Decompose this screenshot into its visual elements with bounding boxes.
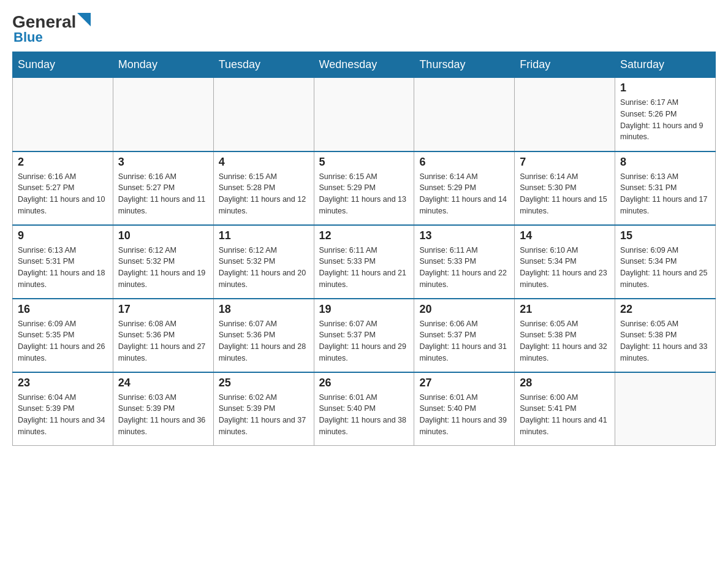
calendar-cell: 10Sunrise: 6:12 AM Sunset: 5:32 PM Dayli… [113,225,213,299]
day-info: Sunrise: 6:02 AM Sunset: 5:39 PM Dayligh… [219,392,309,438]
day-number: 28 [520,377,610,389]
logo-blue-text: Blue [13,29,43,45]
day-number: 22 [620,303,710,316]
day-info: Sunrise: 6:16 AM Sunset: 5:27 PM Dayligh… [18,171,108,217]
day-number: 5 [319,156,409,169]
calendar-week-row: 23Sunrise: 6:04 AM Sunset: 5:39 PM Dayli… [13,372,716,446]
day-number: 10 [118,229,208,242]
calendar-cell: 28Sunrise: 6:00 AM Sunset: 5:41 PM Dayli… [515,372,615,446]
day-info: Sunrise: 6:09 AM Sunset: 5:35 PM Dayligh… [18,318,108,364]
day-info: Sunrise: 6:16 AM Sunset: 5:27 PM Dayligh… [118,171,208,217]
calendar-cell [213,78,314,151]
day-info: Sunrise: 6:06 AM Sunset: 5:37 PM Dayligh… [419,318,509,364]
calendar-cell: 23Sunrise: 6:04 AM Sunset: 5:39 PM Dayli… [13,372,113,446]
day-info: Sunrise: 6:10 AM Sunset: 5:34 PM Dayligh… [520,245,610,291]
day-number: 26 [319,377,409,389]
page-header: General Blue [12,12,716,45]
calendar-week-row: 1Sunrise: 6:17 AM Sunset: 5:26 PM Daylig… [13,78,716,151]
day-info: Sunrise: 6:14 AM Sunset: 5:30 PM Dayligh… [520,171,610,217]
day-number: 20 [419,303,509,316]
day-number: 1 [620,82,710,94]
day-number: 15 [620,229,710,242]
day-info: Sunrise: 6:15 AM Sunset: 5:29 PM Dayligh… [319,171,409,217]
day-number: 3 [118,156,208,169]
day-number: 12 [319,229,409,242]
day-info: Sunrise: 6:04 AM Sunset: 5:39 PM Dayligh… [18,392,108,438]
day-info: Sunrise: 6:01 AM Sunset: 5:40 PM Dayligh… [319,392,409,438]
day-info: Sunrise: 6:15 AM Sunset: 5:28 PM Dayligh… [219,171,309,217]
calendar-cell: 11Sunrise: 6:12 AM Sunset: 5:32 PM Dayli… [213,225,314,299]
calendar-cell: 20Sunrise: 6:06 AM Sunset: 5:37 PM Dayli… [414,299,515,372]
calendar-week-row: 16Sunrise: 6:09 AM Sunset: 5:35 PM Dayli… [13,299,716,372]
day-number: 8 [620,156,710,169]
svg-marker-0 [77,13,91,26]
calendar-cell [615,372,716,446]
day-info: Sunrise: 6:11 AM Sunset: 5:33 PM Dayligh… [319,245,409,291]
calendar-table: SundayMondayTuesdayWednesdayThursdayFrid… [12,52,716,446]
day-info: Sunrise: 6:13 AM Sunset: 5:31 PM Dayligh… [18,245,108,291]
day-of-week-header: Saturday [615,52,716,78]
day-info: Sunrise: 6:07 AM Sunset: 5:37 PM Dayligh… [319,318,409,364]
day-info: Sunrise: 6:00 AM Sunset: 5:41 PM Dayligh… [520,392,610,438]
calendar-cell [113,78,213,151]
day-of-week-header: Wednesday [314,52,414,78]
day-number: 21 [520,303,610,316]
day-number: 17 [118,303,208,316]
day-number: 9 [18,229,108,242]
day-info: Sunrise: 6:03 AM Sunset: 5:39 PM Dayligh… [118,392,208,438]
calendar-cell: 19Sunrise: 6:07 AM Sunset: 5:37 PM Dayli… [314,299,414,372]
calendar-cell: 5Sunrise: 6:15 AM Sunset: 5:29 PM Daylig… [314,151,414,225]
day-number: 23 [18,377,108,389]
calendar-cell: 21Sunrise: 6:05 AM Sunset: 5:38 PM Dayli… [515,299,615,372]
day-info: Sunrise: 6:12 AM Sunset: 5:32 PM Dayligh… [219,245,309,291]
calendar-week-row: 2Sunrise: 6:16 AM Sunset: 5:27 PM Daylig… [13,151,716,225]
day-of-week-header: Friday [515,52,615,78]
day-number: 6 [419,156,509,169]
day-number: 24 [118,377,208,389]
day-info: Sunrise: 6:12 AM Sunset: 5:32 PM Dayligh… [118,245,208,291]
calendar-cell: 25Sunrise: 6:02 AM Sunset: 5:39 PM Dayli… [213,372,314,446]
calendar-cell: 2Sunrise: 6:16 AM Sunset: 5:27 PM Daylig… [13,151,113,225]
day-number: 27 [419,377,509,389]
day-number: 18 [219,303,309,316]
day-number: 2 [18,156,108,169]
day-info: Sunrise: 6:05 AM Sunset: 5:38 PM Dayligh… [520,318,610,364]
calendar-cell: 4Sunrise: 6:15 AM Sunset: 5:28 PM Daylig… [213,151,314,225]
day-info: Sunrise: 6:08 AM Sunset: 5:36 PM Dayligh… [118,318,208,364]
day-of-week-header: Tuesday [213,52,314,78]
calendar-cell: 24Sunrise: 6:03 AM Sunset: 5:39 PM Dayli… [113,372,213,446]
calendar-cell: 6Sunrise: 6:14 AM Sunset: 5:29 PM Daylig… [414,151,515,225]
calendar-cell: 17Sunrise: 6:08 AM Sunset: 5:36 PM Dayli… [113,299,213,372]
calendar-cell: 1Sunrise: 6:17 AM Sunset: 5:26 PM Daylig… [615,78,716,151]
day-of-week-header: Sunday [13,52,113,78]
day-number: 11 [219,229,309,242]
day-number: 16 [18,303,108,316]
day-number: 4 [219,156,309,169]
calendar-header-row: SundayMondayTuesdayWednesdayThursdayFrid… [13,52,716,78]
day-info: Sunrise: 6:07 AM Sunset: 5:36 PM Dayligh… [219,318,309,364]
logo: General Blue [12,12,91,45]
calendar-cell: 8Sunrise: 6:13 AM Sunset: 5:31 PM Daylig… [615,151,716,225]
calendar-cell: 22Sunrise: 6:05 AM Sunset: 5:38 PM Dayli… [615,299,716,372]
day-info: Sunrise: 6:11 AM Sunset: 5:33 PM Dayligh… [419,245,509,291]
calendar-cell: 3Sunrise: 6:16 AM Sunset: 5:27 PM Daylig… [113,151,213,225]
logo-arrow-icon [77,13,91,26]
calendar-cell: 13Sunrise: 6:11 AM Sunset: 5:33 PM Dayli… [414,225,515,299]
day-number: 14 [520,229,610,242]
day-info: Sunrise: 6:01 AM Sunset: 5:40 PM Dayligh… [419,392,509,438]
calendar-cell: 9Sunrise: 6:13 AM Sunset: 5:31 PM Daylig… [13,225,113,299]
day-of-week-header: Monday [113,52,213,78]
day-number: 25 [219,377,309,389]
calendar-cell: 26Sunrise: 6:01 AM Sunset: 5:40 PM Dayli… [314,372,414,446]
calendar-cell [515,78,615,151]
day-number: 7 [520,156,610,169]
calendar-cell: 16Sunrise: 6:09 AM Sunset: 5:35 PM Dayli… [13,299,113,372]
calendar-cell [314,78,414,151]
calendar-week-row: 9Sunrise: 6:13 AM Sunset: 5:31 PM Daylig… [13,225,716,299]
day-info: Sunrise: 6:17 AM Sunset: 5:26 PM Dayligh… [620,97,710,143]
day-info: Sunrise: 6:05 AM Sunset: 5:38 PM Dayligh… [620,318,710,364]
calendar-cell: 15Sunrise: 6:09 AM Sunset: 5:34 PM Dayli… [615,225,716,299]
calendar-cell: 14Sunrise: 6:10 AM Sunset: 5:34 PM Dayli… [515,225,615,299]
calendar-cell [414,78,515,151]
calendar-cell: 7Sunrise: 6:14 AM Sunset: 5:30 PM Daylig… [515,151,615,225]
